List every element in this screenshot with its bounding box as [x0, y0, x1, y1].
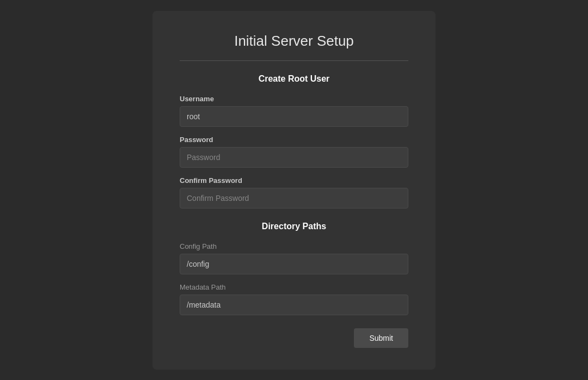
config-path-input[interactable] [180, 254, 408, 274]
metadata-path-input[interactable] [180, 295, 408, 315]
username-label: Username [180, 95, 408, 103]
metadata-path-label: Metadata Path [180, 283, 408, 291]
username-input[interactable] [180, 106, 408, 127]
password-field-group: Password [180, 136, 408, 168]
submit-row: Submit [180, 328, 408, 348]
password-label: Password [180, 136, 408, 144]
config-path-label: Config Path [180, 242, 408, 250]
section-divider [180, 60, 408, 61]
submit-button[interactable]: Submit [354, 328, 408, 348]
setup-container: Initial Server Setup Create Root User Us… [152, 11, 436, 370]
page-title: Initial Server Setup [180, 33, 408, 50]
password-input[interactable] [180, 147, 408, 168]
create-root-user-heading: Create Root User [180, 74, 408, 84]
username-field-group: Username [180, 95, 408, 127]
confirm-password-label: Confirm Password [180, 176, 408, 185]
confirm-password-input[interactable] [180, 188, 408, 209]
config-path-field-group: Config Path [180, 242, 408, 274]
metadata-path-field-group: Metadata Path [180, 283, 408, 315]
confirm-password-field-group: Confirm Password [180, 176, 408, 209]
section-spacer: Directory Paths [180, 222, 408, 231]
directory-paths-heading: Directory Paths [180, 222, 408, 231]
